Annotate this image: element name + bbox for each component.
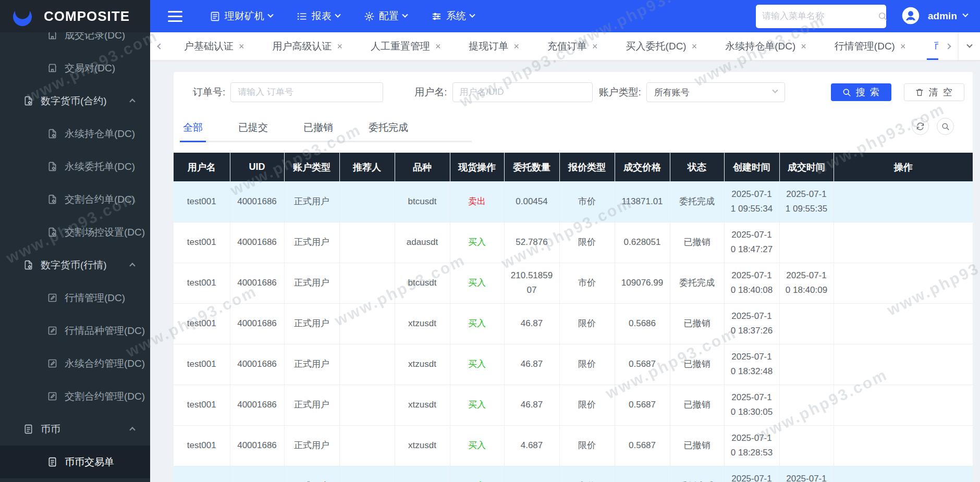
logo-area: COMPOSITE [0,0,150,32]
sidebar-item-label: 永续持仓单(DC) [65,127,135,141]
sidebar-item-3[interactable]: 永续持仓单(DC) [0,117,150,150]
cell-user: test001 [174,181,230,222]
cell-created: 2025-07-10 [724,466,779,482]
edit-icon [47,358,58,369]
close-icon[interactable]: × [239,42,244,51]
refresh-button[interactable] [912,118,929,135]
cell-status: 委托完成 [670,263,724,303]
column-header: 现货操作 [450,153,504,181]
tab-6[interactable]: 永续持仓单(DC)× [711,32,820,60]
sidebar-item-5[interactable]: 交割合约单(DC) [0,183,150,216]
tab-actions-dropdown-button[interactable] [958,32,980,60]
sql-file-icon [47,128,58,139]
hamburger-menu-icon[interactable] [168,11,182,22]
status-tab-2[interactable]: 已撤销 [300,116,336,141]
cell-created: 2025-07-10 18:28:53 [724,425,779,466]
tab-7[interactable]: 行情管理(DC)× [820,32,920,60]
cell-type: 正式用户 [284,181,339,222]
sidebar-item-11[interactable]: 交割合约管理(DC) [0,380,150,413]
cell-qty: 46.87 [504,344,559,385]
cell-ref [339,222,395,263]
cell-symbol: xtzusdt [395,425,450,466]
close-icon[interactable]: × [692,42,697,51]
search-icon [941,122,950,131]
table-row: test00140001686正式用户btcusdt卖出0.00454市价113… [174,181,973,222]
sidebar-item-0[interactable]: 成交记录(DC) [0,32,150,52]
filter-form: 订单号: 用户名: 账户类型: 所有账号 搜 索 清 空 [174,72,973,102]
nav-menu-3[interactable]: 系统 [431,9,474,23]
close-icon[interactable]: × [514,42,520,51]
file-icon [47,456,58,467]
user-name-input[interactable] [452,82,593,102]
cell-type: 正式用户 [284,344,339,385]
tab-5[interactable]: 买入委托(DC)× [612,32,712,60]
sidebar-item-13[interactable]: 币币交易单 [0,446,150,478]
column-header: 创建时间 [724,153,779,181]
cell-symbol: btcusdt [395,181,450,222]
tab-label: 提现订单 [469,40,509,53]
cell-ref [339,466,395,482]
close-icon[interactable]: × [801,42,806,51]
edit-icon [47,325,58,336]
tab-0[interactable]: 户基础认证× [170,32,259,60]
sidebar-item-label: 交割合约单(DC) [65,193,135,206]
nav-menu-label: 报表 [312,9,332,23]
sidebar-item-8[interactable]: 行情管理(DC) [0,281,150,314]
tab-scroll-left-button[interactable] [150,32,170,60]
cell-action [834,466,973,482]
main-content: 订单号: 用户名: 账户类型: 所有账号 搜 索 清 空 全部已提交 [150,60,980,482]
cell-user: test001 [174,263,230,303]
username[interactable]: admin [928,10,957,22]
tab-8[interactable]: 币币交易单× [920,32,938,60]
user-avatar[interactable] [900,5,922,27]
user-menu-chevron-down-icon[interactable] [962,11,968,17]
close-icon[interactable]: × [592,42,598,51]
search-icon[interactable] [877,11,888,21]
cell-status: 委托完成 [670,181,724,222]
column-header: 委托数量 [504,153,559,181]
menu-search-box[interactable] [756,5,886,28]
search-button[interactable]: 搜 索 [831,83,891,101]
tab-2[interactable]: 人工重置管理× [357,32,455,60]
tab-scroll-right-button[interactable] [938,32,958,60]
close-icon[interactable]: × [337,42,343,51]
nav-menu-1[interactable]: 报表 [297,9,340,23]
order-no-input[interactable] [230,82,383,102]
sidebar-item-7[interactable]: 数字货币(行情) [0,249,150,281]
sidebar-item-1[interactable]: 交易对(DC) [0,52,150,84]
clear-button[interactable]: 清 空 [904,83,964,101]
column-header: 成交价格 [615,153,670,181]
sidebar-item-4[interactable]: 永续委托单(DC) [0,150,150,183]
cell-dealt [779,385,834,425]
sidebar-item-9[interactable]: 行情品种管理(DC) [0,314,150,347]
sidebar-item-2[interactable]: 数字货币(合约) [0,84,150,117]
search-icon [842,88,851,97]
column-header: 品种 [395,153,450,181]
sidebar-item-label: 行情品种管理(DC) [65,324,145,338]
chevron-up-icon [129,263,135,268]
tab-4[interactable]: 充值订单× [533,32,612,60]
table-search-button[interactable] [937,118,954,135]
account-type-value: 所有账号 [654,86,773,98]
cell-price: 0.5686 [615,466,670,482]
status-tab-0[interactable]: 全部 [180,116,206,141]
sidebar-item-10[interactable]: 永续合约管理(DC) [0,347,150,380]
status-tab-1[interactable]: 已提交 [235,116,271,141]
close-icon[interactable]: × [435,42,441,51]
sidebar-item-12[interactable]: 币币 [0,413,150,446]
account-type-select[interactable]: 所有账号 [646,82,785,102]
brand-logo-icon [8,2,36,30]
close-icon[interactable]: × [900,42,906,51]
menu-search-input[interactable] [762,11,877,21]
nav-menu-2[interactable]: 配置 [364,9,407,23]
sidebar-item-6[interactable]: 交割场控设置(DC) [0,216,150,249]
sql-file-icon [23,95,34,106]
status-tab-3[interactable]: 委托完成 [365,116,411,141]
nav-menu-0[interactable]: 理财矿机 [210,9,273,23]
cell-price: 0.5686 [615,303,670,344]
tab-3[interactable]: 提现订单× [455,32,534,60]
cell-price_type: 限价 [559,425,615,466]
tab-1[interactable]: 用户高级认证× [259,32,357,60]
sidebar-item-label: 币币 [41,423,60,436]
cell-uid: 40001686 [230,466,284,482]
